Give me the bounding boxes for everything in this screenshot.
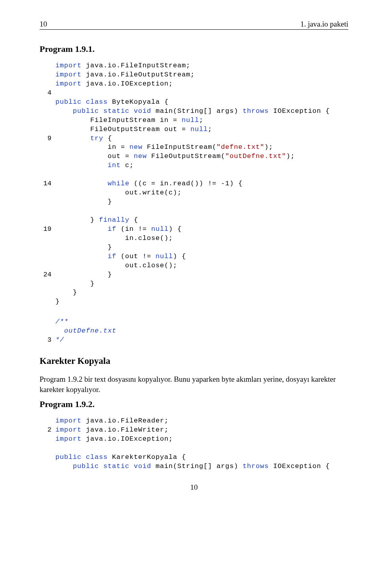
code-listing-1: import java.io.FileInputStream; import j… xyxy=(40,61,348,306)
code-listing-3: import java.io.FileReader; 2import java.… xyxy=(40,417,348,471)
page-header: 10 1. java.io paketi xyxy=(40,20,348,30)
line-number: 24 xyxy=(40,270,51,280)
line-number: 4 xyxy=(40,89,51,98)
line-number: 3 xyxy=(40,336,51,345)
header-section: 1. java.io paketi xyxy=(300,20,348,29)
page: 10 1. java.io paketi Program 1.9.1. impo… xyxy=(0,0,380,508)
code-listing-2: /** outDefne.txt 3*/ xyxy=(40,318,348,345)
section-heading: Karekter Kopyala xyxy=(40,356,348,366)
program-title-2: Program 1.9.2. xyxy=(40,399,348,409)
program-title-1: Program 1.9.1. xyxy=(40,44,348,54)
paragraph: Program 1.9.2 bir text dosyasını kopyalı… xyxy=(40,374,348,394)
footer-page-number: 10 xyxy=(40,483,348,492)
line-number: 19 xyxy=(40,225,51,234)
line-number: 14 xyxy=(40,179,51,188)
header-page-num: 10 xyxy=(40,20,47,29)
line-number: 2 xyxy=(40,426,51,435)
line-number: 9 xyxy=(40,134,51,143)
